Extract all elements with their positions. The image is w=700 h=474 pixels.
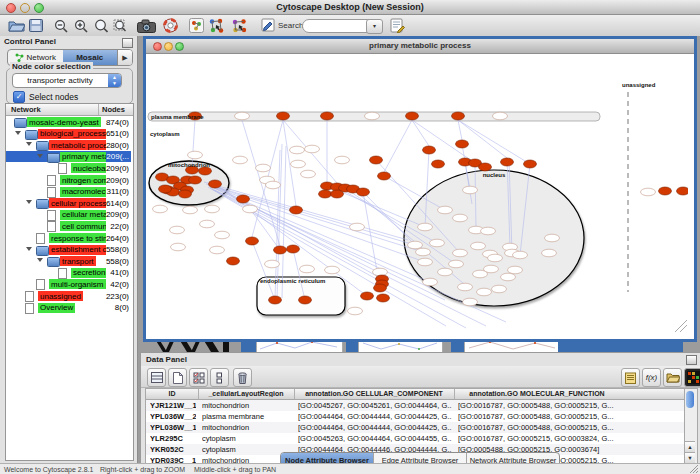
graph-node[interactable] xyxy=(277,112,290,120)
tree-row[interactable]: nucleobase-209(0) xyxy=(6,162,131,174)
expand-triangle-icon[interactable] xyxy=(37,258,43,262)
table-cell[interactable]: [GO:0045267, GO:0045261, GO:0044464, G..… xyxy=(298,401,452,410)
graph-node[interactable] xyxy=(377,294,390,302)
matrix-icon[interactable] xyxy=(684,368,700,387)
graph-node[interactable] xyxy=(370,156,383,164)
help-icon[interactable] xyxy=(163,17,178,34)
tree-row[interactable]: Overview8(0) xyxy=(6,302,131,314)
table-cell[interactable]: mitochondrion xyxy=(202,401,292,410)
zoom-fit-icon[interactable] xyxy=(94,17,108,34)
graph-node[interactable] xyxy=(179,190,192,198)
graph-node[interactable] xyxy=(357,188,370,196)
graph-node[interactable] xyxy=(406,112,419,120)
tree-row[interactable]: cellular metabol209(0) xyxy=(6,209,131,221)
expand-triangle-icon[interactable] xyxy=(26,200,32,204)
tree-row[interactable]: multi-organism pro42(0) xyxy=(6,278,131,290)
graph-node[interactable] xyxy=(274,246,287,254)
graph-node[interactable] xyxy=(501,158,514,166)
more-tabs-icon[interactable]: ▶ xyxy=(117,50,132,65)
expand-triangle-icon[interactable] xyxy=(26,142,32,146)
tree-row[interactable]: cell communicat22(0) xyxy=(6,220,131,232)
zoom-out-icon[interactable] xyxy=(54,17,68,34)
tree-row[interactable]: mosaic-demo-yeast874(0) xyxy=(6,116,131,128)
graph-node[interactable] xyxy=(361,292,374,300)
float-data-panel-icon[interactable] xyxy=(686,355,697,365)
tree-row[interactable]: primary metabo209(... xyxy=(6,151,131,163)
table-row[interactable]: YLR295Ccytoplasm[GO:0045263, GO:0044464,… xyxy=(146,433,684,444)
delete-attribute-icon[interactable] xyxy=(233,368,252,387)
network-tree-header[interactable]: Network Nodes xyxy=(6,104,133,116)
tree-row[interactable]: nitrogen compo209(0) xyxy=(6,174,131,186)
table-cell[interactable]: YKR052C xyxy=(150,445,196,454)
attribute-grid-icon[interactable] xyxy=(147,368,166,387)
snapshot-icon[interactable] xyxy=(137,17,156,34)
table-cell[interactable]: [GO:0016787, GO:0005215, GO:0003824, G..… xyxy=(458,434,618,443)
import-attributes-icon[interactable] xyxy=(663,368,682,387)
zoom-selected-icon[interactable] xyxy=(113,17,127,34)
table-cell[interactable]: [GO:0016787, GO:0005488, GO:0005215, G..… xyxy=(458,423,618,432)
expand-triangle-icon[interactable] xyxy=(37,154,43,158)
table-row[interactable]: YPL036W__1mitochondrion[GO:0044464, GO:0… xyxy=(146,422,684,433)
table-row[interactable]: YJR121W__1mitochondrion[GO:0045267, GO:0… xyxy=(146,400,684,411)
column-header[interactable]: _cellularLayoutRegion xyxy=(198,390,294,397)
graph-node[interactable] xyxy=(246,237,259,245)
tree-header-divider[interactable] xyxy=(98,104,99,115)
graph-node[interactable] xyxy=(378,172,391,180)
graph-node[interactable] xyxy=(227,257,240,265)
table-cell[interactable]: YJR121W__1 xyxy=(150,401,196,410)
function-builder-icon[interactable]: f(x) xyxy=(642,368,661,387)
expand-triangle-icon[interactable] xyxy=(15,131,21,135)
graph-node[interactable] xyxy=(659,187,672,195)
annotation-icon[interactable] xyxy=(261,17,276,34)
column-header[interactable]: annotation.GO MOLECULAR_FUNCTION xyxy=(454,390,620,397)
network-canvas[interactable]: plasma membranecytoplasmmitochondrionnuc… xyxy=(146,54,688,333)
open-icon[interactable] xyxy=(8,17,25,34)
table-cell[interactable]: YLR295C xyxy=(150,434,196,443)
search-dropdown-icon[interactable]: ▾ xyxy=(366,19,383,34)
tree-row[interactable]: metabolic process280(0) xyxy=(6,139,131,151)
graph-node[interactable] xyxy=(321,112,334,120)
graph-node[interactable] xyxy=(524,160,537,168)
graph-node[interactable] xyxy=(209,180,222,188)
column-header[interactable]: annotation.GO CELLULAR_COMPONENT xyxy=(294,390,454,397)
tree-row[interactable]: establishment of lo558(0) xyxy=(6,244,131,256)
graph-node[interactable] xyxy=(677,187,689,195)
graph-node[interactable] xyxy=(189,176,202,184)
table-vertical-scrollbar[interactable]: ▲ ▼ xyxy=(684,388,698,465)
node-color-dropdown[interactable]: transporter activity ▲▼ xyxy=(12,73,122,88)
graph-node[interactable] xyxy=(374,284,387,292)
column-divider[interactable] xyxy=(454,389,455,399)
tree-row[interactable]: cellular process614(0) xyxy=(6,197,131,209)
table-cell[interactable]: [GO:0016787, GO:0005488, GO:0005215, G..… xyxy=(458,412,618,421)
tree-row[interactable]: unassigned223(0) xyxy=(6,290,131,302)
plugin-manager-icon[interactable] xyxy=(189,17,204,34)
search-input[interactable] xyxy=(302,19,374,33)
graph-node[interactable] xyxy=(159,185,172,193)
graph-node[interactable] xyxy=(199,167,212,175)
column-divider[interactable] xyxy=(294,389,295,399)
graph-node[interactable] xyxy=(287,245,300,253)
select-attributes-icon[interactable] xyxy=(189,368,208,387)
graph-node[interactable] xyxy=(452,112,465,120)
tree-row[interactable]: secretion41(0) xyxy=(6,267,131,279)
table-cell[interactable]: [GO:0044464, GO:0044444, GO:0044425, G..… xyxy=(298,412,452,421)
table-cell[interactable]: [GO:0044464, GO:0044444, GO:0044425, G..… xyxy=(298,423,452,432)
table-cell[interactable]: [GO:0045263, GO:0044464, GO:0044455, G..… xyxy=(298,434,452,443)
table-cell[interactable]: [GO:0016787, GO:0005488, GO:0005215, G..… xyxy=(458,401,618,410)
vizmapper-icon[interactable] xyxy=(231,17,248,34)
save-icon[interactable] xyxy=(29,17,43,34)
new-attribute-icon[interactable] xyxy=(168,368,187,387)
tree-row[interactable]: biological_process651(0) xyxy=(6,128,131,140)
float-panel-icon[interactable] xyxy=(122,38,133,48)
graph-node[interactable] xyxy=(479,163,492,171)
graph-node[interactable] xyxy=(423,146,436,154)
table-cell[interactable]: cytoplasm xyxy=(202,434,292,443)
graph-node[interactable] xyxy=(432,160,445,168)
graph-node[interactable] xyxy=(290,206,303,214)
graph-node[interactable] xyxy=(456,140,469,148)
edit-network-icon[interactable] xyxy=(390,17,405,34)
resize-grip-icon[interactable] xyxy=(690,465,699,474)
tree-row[interactable]: transport558(0) xyxy=(6,255,131,267)
network-window-titlebar[interactable]: primary metabolic process xyxy=(146,39,694,54)
table-cell[interactable]: YPL036W__2 xyxy=(150,412,196,421)
